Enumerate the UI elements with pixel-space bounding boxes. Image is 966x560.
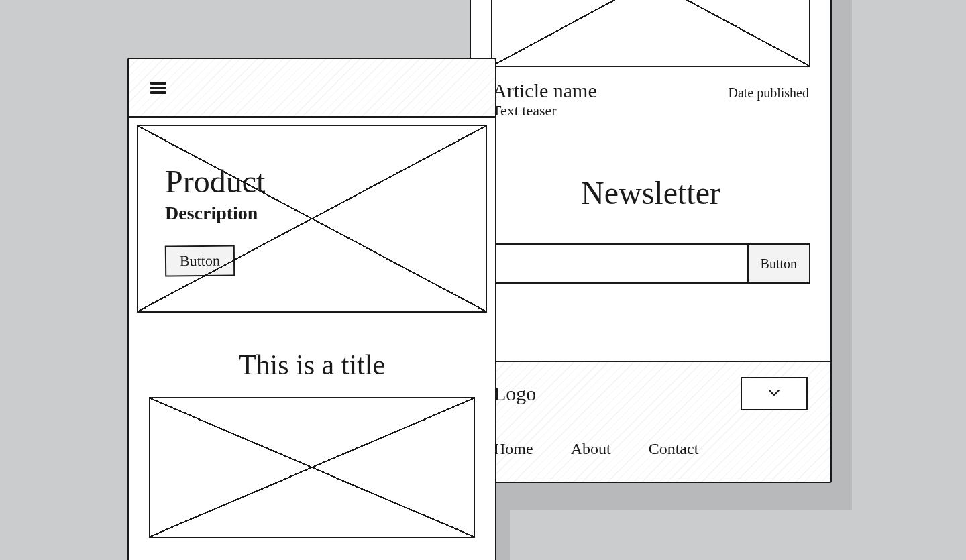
footer-link-contact[interactable]: Contact	[649, 440, 699, 458]
section-image-placeholder	[149, 397, 475, 538]
footer-link-about[interactable]: About	[571, 440, 611, 458]
newsletter-form: Button	[491, 243, 810, 284]
footer-dropdown[interactable]	[741, 377, 808, 410]
footer-logo: Logo	[494, 382, 536, 405]
hero-description: Description	[165, 203, 459, 224]
hero-title: Product	[165, 163, 459, 200]
hamburger-menu-icon[interactable]	[150, 80, 166, 96]
newsletter-input[interactable]	[491, 243, 747, 284]
section-title: This is a title	[129, 349, 495, 381]
wireframe-frame-left: Product Description Button This is a tit…	[127, 58, 496, 560]
chevron-down-icon	[768, 388, 780, 400]
footer: Logo Home About Contact	[471, 361, 830, 482]
article-date: Date published	[728, 85, 809, 101]
article-teaser: Text teaser	[471, 102, 830, 119]
footer-link-home[interactable]: Home	[494, 440, 533, 458]
newsletter-heading: Newsletter	[471, 174, 830, 211]
newsletter-submit-button[interactable]: Button	[747, 243, 810, 284]
article-name: Article name	[492, 79, 597, 102]
hero-button-label: Button	[180, 252, 220, 270]
article-image-placeholder	[491, 0, 810, 67]
hero-image-placeholder: Product Description Button	[137, 125, 487, 313]
hero-cta-button[interactable]: Button	[165, 245, 235, 276]
newsletter-button-label: Button	[761, 256, 797, 272]
wireframe-frame-right: Article name Date published Text teaser …	[470, 0, 832, 483]
header-bar	[129, 59, 495, 118]
